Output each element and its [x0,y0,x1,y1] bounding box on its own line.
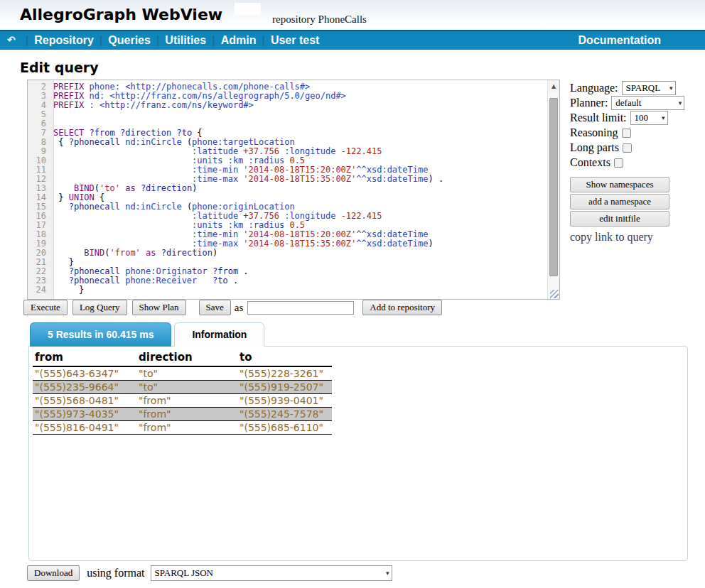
chevron-down-icon: ▾ [674,99,682,107]
code-line: 20 BIND('from' as ?direction) [28,249,547,258]
language-label: Language: [570,82,622,94]
nav-separator: | [94,34,108,47]
contexts-label: Contexts [570,156,614,169]
download-button[interactable]: Download [27,565,80,581]
results-panel: from direction to "(555)643-6347""to""(5… [28,346,688,561]
result-limit-label: Result limit: [570,111,630,124]
language-value: SPARQL [626,82,661,94]
line-number: 24 [28,285,50,295]
nav-item-documentation[interactable]: Documentation [578,34,661,47]
nav-separator: | [20,34,34,47]
resize-grip-icon[interactable] [550,290,559,298]
execute-button[interactable]: Execute [23,300,68,315]
column-header-to: to [237,349,332,366]
app-title: AllegroGraph WebView [20,6,222,23]
query-toolbar: Execute Log Query Show Plan Save as Add … [23,299,442,316]
scrollbar-thumb[interactable] [549,98,558,276]
results-table: from direction to "(555)643-6347""to""(5… [33,349,332,435]
table-cell: "(555)568-0481" [33,394,136,408]
header-white-box [235,3,261,15]
save-name-input[interactable] [247,301,354,315]
table-cell: "(555)685-6110" [237,421,332,435]
table-cell: "(555)235-9664" [33,381,136,394]
planner-label: Planner: [570,97,611,109]
add-namespace-button[interactable]: add a namespace [570,194,669,209]
results-tabs: 5 Results in 60.415 ms Information [30,322,264,347]
line-number: 4 [28,101,50,110]
code-area[interactable]: 2PREFIX phone: <http://phonecalls.com/ph… [28,80,547,299]
code-line: 23 ?phonecall phone:Receiver ?to . [28,276,547,285]
editor-scrollbar[interactable]: ▲ [547,80,559,299]
nav-item-admin[interactable]: Admin [221,34,257,47]
table-cell: "(555)919-2507" [237,381,332,394]
table-cell: "from" [136,421,237,435]
code-line: 4PREFIX : <http://franz.com/ns/keyword#> [28,101,547,110]
code-line: 5 [28,110,547,119]
table-cell: "to" [136,366,237,381]
scroll-up-icon[interactable]: ▲ [548,80,559,92]
query-editor[interactable]: 2PREFIX phone: <http://phonecalls.com/ph… [27,80,560,300]
long-parts-label: Long parts [570,141,623,154]
result-limit-select[interactable]: 100 ▾ [630,111,668,125]
tab-results[interactable]: 5 Results in 60.415 ms [30,322,171,347]
code-line: 24 } [28,285,547,295]
line-number: 6 [28,119,50,129]
header: AllegroGraph WebView repository PhoneCal… [0,0,705,30]
repository-label: repository PhoneCalls [272,13,367,26]
table-cell: "(555)816-0491" [33,421,136,435]
table-cell: "(555)643-6347" [33,366,136,381]
edit-initfile-button[interactable]: edit initfile [570,211,669,227]
copy-link-to-query[interactable]: copy link to query [570,231,704,244]
table-row[interactable]: "(555)643-6347""to""(555)228-3261" [33,366,332,381]
add-to-repository-button[interactable]: Add to repository [362,300,442,315]
language-select[interactable]: SPARQL ▾ [622,81,676,95]
back-arrow-icon[interactable]: ↶ [6,34,20,47]
download-row: Download using format SPARQL JSON ▾ [27,565,392,581]
contexts-checkbox[interactable] [614,158,623,168]
save-button[interactable]: Save [199,300,231,315]
code-line: 13 BIND('to' as ?direction) [28,184,547,193]
tab-information[interactable]: Information [174,322,264,347]
line-number: 2 [28,82,50,92]
reasoning-checkbox[interactable] [622,129,631,138]
line-number: 3 [28,92,50,101]
using-format-label: using format [80,567,150,579]
table-row[interactable]: "(555)973-4035""from""(555)245-7578" [33,408,332,421]
planner-select[interactable]: default ▾ [611,96,684,110]
download-format-select[interactable]: SPARQL JSON ▾ [151,565,392,581]
chevron-down-icon: ▾ [657,114,665,121]
table-cell: "(555)939-0401" [237,394,332,408]
table-cell: "from" [136,394,237,408]
table-row[interactable]: "(555)235-9664""to""(555)919-2507" [33,381,332,394]
table-row[interactable]: "(555)816-0491""from""(555)685-6110" [33,421,332,435]
result-limit-value: 100 [635,112,649,124]
column-header-direction: direction [136,349,237,366]
chevron-down-icon: ▾ [665,85,673,92]
nav-separator: | [151,34,165,47]
code-editor-lines: 2PREFIX phone: <http://phonecalls.com/ph… [28,80,547,295]
table-cell: "(555)228-3261" [237,366,332,381]
nav-separator: | [206,34,220,47]
line-number: 5 [28,110,50,119]
table-header-row: from direction to [33,349,332,366]
line-number: 8 [28,138,50,147]
planner-value: default [615,97,641,109]
table-row[interactable]: "(555)568-0481""from""(555)939-0401" [33,394,332,408]
table-cell: "(555)973-4035" [33,408,136,421]
nav-item-repository[interactable]: Repository [34,34,94,47]
nav-item-utilities[interactable]: Utilities [165,34,206,47]
page-title: Edit query [20,60,99,75]
show-namespaces-button[interactable]: Show namespaces [570,177,669,192]
nav-item-user-test[interactable]: User test [271,34,319,47]
table-cell: "to" [136,381,237,394]
table-cell: "from" [136,408,237,421]
show-plan-button[interactable]: Show Plan [132,300,186,315]
chevron-down-icon: ▾ [382,570,389,577]
log-query-button[interactable]: Log Query [72,300,127,315]
reasoning-label: Reasoning [570,126,622,139]
navbar: ↶ | Repository | Queries | Utilities | A… [0,30,705,50]
as-label: as [231,302,248,314]
long-parts-checkbox[interactable] [623,143,632,153]
line-number: 7 [28,129,50,138]
nav-item-queries[interactable]: Queries [108,34,151,47]
